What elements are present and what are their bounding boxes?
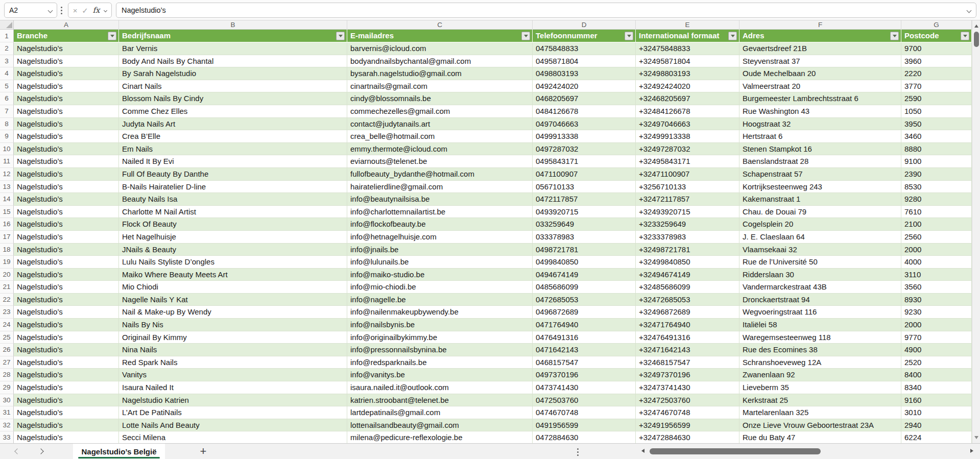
cell[interactable]: Blossom Nails By Cindy bbox=[119, 92, 347, 105]
header-emailadres[interactable]: E-mailadres bbox=[347, 30, 533, 42]
cell[interactable]: Crea B’Elle bbox=[119, 130, 347, 143]
cell[interactable]: +32472884630 bbox=[636, 431, 739, 443]
cell[interactable]: Nagelstudio’s bbox=[14, 181, 119, 194]
cell[interactable]: Nail & Make-up By Wendy bbox=[119, 306, 347, 319]
cell[interactable]: info@redsparknails.be bbox=[347, 356, 533, 369]
cell[interactable]: Burgemeester Lambrechtsstraat 6 bbox=[739, 92, 901, 105]
row-number[interactable]: 27 bbox=[0, 356, 14, 369]
header-postcode[interactable]: Postcode bbox=[901, 30, 972, 42]
cell[interactable]: 9280 bbox=[901, 193, 972, 206]
cell[interactable]: info@mio-chiodi.be bbox=[347, 281, 533, 294]
cell[interactable]: eviarnouts@telenet.be bbox=[347, 155, 533, 168]
row-number[interactable]: 8 bbox=[0, 118, 14, 131]
cell[interactable]: 2560 bbox=[901, 231, 972, 244]
cell[interactable]: contact@judytanails.art bbox=[347, 118, 533, 131]
cell[interactable]: +32468205697 bbox=[636, 92, 739, 105]
cell[interactable]: Rue des Ecomines 38 bbox=[739, 344, 901, 356]
cell[interactable]: 8930 bbox=[901, 294, 972, 306]
row-number[interactable]: 11 bbox=[0, 155, 14, 168]
cell[interactable]: Nagelstudio’s bbox=[14, 269, 119, 281]
cell[interactable]: 0468205697 bbox=[533, 92, 636, 105]
cell[interactable]: +32473741430 bbox=[636, 381, 739, 394]
cell[interactable]: Nagelstudio’s bbox=[14, 193, 119, 206]
cell[interactable]: Martelarenlaan 325 bbox=[739, 406, 901, 419]
cell[interactable]: Full Of Beauty By Danthe bbox=[119, 168, 347, 181]
cell[interactable]: Nagelstudio’s bbox=[14, 80, 119, 93]
cell[interactable]: Nails By Nis bbox=[119, 319, 347, 331]
cell[interactable]: 2590 bbox=[901, 92, 972, 105]
cell[interactable]: Italiëlei 58 bbox=[739, 319, 901, 331]
cell[interactable]: +32499840850 bbox=[636, 256, 739, 269]
cell[interactable]: Nagelstudio’s bbox=[14, 55, 119, 68]
cell[interactable]: 0497370196 bbox=[533, 369, 636, 381]
chevron-down-icon[interactable] bbox=[48, 8, 53, 13]
column-letter-e[interactable]: E bbox=[636, 20, 739, 30]
name-box-menu-icon[interactable] bbox=[61, 7, 62, 14]
cell[interactable]: Originail By Kimmy bbox=[119, 331, 347, 344]
row-number[interactable]: 3 bbox=[0, 55, 14, 68]
column-letter-b[interactable]: B bbox=[119, 20, 347, 30]
cell[interactable]: 4900 bbox=[901, 344, 972, 356]
cell[interactable]: Nagelstudio’s bbox=[14, 244, 119, 256]
cell[interactable]: cinartnails@gmail.com bbox=[347, 80, 533, 93]
formula-bar-expand-icon[interactable] bbox=[967, 8, 972, 13]
cell[interactable]: 3560 bbox=[901, 281, 972, 294]
cell[interactable]: crea_belle@hotmail.com bbox=[347, 130, 533, 143]
cell[interactable]: info@nailsbynis.be bbox=[347, 319, 533, 331]
cell[interactable]: Nagelstudio’s bbox=[14, 218, 119, 231]
cell[interactable]: Nagelstudio’s bbox=[14, 331, 119, 344]
cell[interactable]: Nagelstudio’s bbox=[14, 256, 119, 269]
row-number[interactable]: 24 bbox=[0, 319, 14, 331]
name-box[interactable]: A2 bbox=[4, 3, 57, 18]
cell[interactable]: info@hetnagelhuisje.com bbox=[347, 231, 533, 244]
row-number[interactable]: 18 bbox=[0, 244, 14, 256]
cell[interactable]: Lieveberm 35 bbox=[739, 381, 901, 394]
cell[interactable]: Valmeerstraat 20 bbox=[739, 80, 901, 93]
cell[interactable]: +32472117857 bbox=[636, 193, 739, 206]
cell[interactable]: bysarah.nagelstudio@gmail.com bbox=[347, 67, 533, 80]
cell[interactable]: info@jnails.be bbox=[347, 244, 533, 256]
cell[interactable]: +32476491316 bbox=[636, 331, 739, 344]
column-letter-g[interactable]: G bbox=[901, 20, 972, 30]
column-letter-f[interactable]: F bbox=[739, 20, 901, 30]
cell[interactable]: +32474670748 bbox=[636, 406, 739, 419]
cell[interactable]: Nagelstudio’s bbox=[14, 155, 119, 168]
cell[interactable]: Flock Of Beauty bbox=[119, 218, 347, 231]
cell[interactable]: +32498721781 bbox=[636, 244, 739, 256]
scroll-left-icon[interactable] bbox=[641, 449, 644, 453]
sheet-options-icon[interactable] bbox=[577, 448, 579, 456]
row-number[interactable]: 10 bbox=[0, 143, 14, 156]
row-number[interactable]: 5 bbox=[0, 80, 14, 93]
cell[interactable]: Nagelstudio’s bbox=[14, 294, 119, 306]
cell[interactable]: 0474670748 bbox=[533, 406, 636, 419]
header-telefoonnummer[interactable]: Telefoonnummer bbox=[533, 30, 636, 42]
cell[interactable]: Isaura Nailed It bbox=[119, 381, 347, 394]
cell[interactable]: 9700 bbox=[901, 42, 972, 55]
cell[interactable]: Nagelstudio’s bbox=[14, 231, 119, 244]
column-letter-d[interactable]: D bbox=[533, 20, 636, 30]
cell[interactable]: Nailed It By Evi bbox=[119, 155, 347, 168]
row-number[interactable]: 19 bbox=[0, 256, 14, 269]
cell[interactable]: Rue Washington 43 bbox=[739, 105, 901, 118]
cell[interactable]: 9160 bbox=[901, 394, 972, 407]
cell[interactable]: 8340 bbox=[901, 381, 972, 394]
row-number[interactable]: 12 bbox=[0, 168, 14, 181]
cell[interactable]: 0475848833 bbox=[533, 42, 636, 55]
cell[interactable]: Lotte Nails And Beauty bbox=[119, 419, 347, 432]
cell[interactable]: +32471764940 bbox=[636, 319, 739, 331]
cell[interactable]: info@vanitys.be bbox=[347, 369, 533, 381]
cell[interactable]: Red Spark Nails bbox=[119, 356, 347, 369]
cell[interactable]: 3960 bbox=[901, 55, 972, 68]
cell[interactable]: Onze Lieve Vrouw Geboortestraat 23A bbox=[739, 419, 901, 432]
horizontal-scrollbar[interactable] bbox=[638, 444, 976, 459]
cell[interactable]: Nagelstudio’s bbox=[14, 306, 119, 319]
header-bedrijfsnaam[interactable]: Bedrijfsnaam bbox=[119, 30, 347, 42]
row-number[interactable]: 30 bbox=[0, 394, 14, 407]
cell[interactable]: 0472884630 bbox=[533, 431, 636, 443]
cell[interactable]: milena@pedicure-reflexologie.be bbox=[347, 431, 533, 443]
cell[interactable]: 0492424020 bbox=[533, 80, 636, 93]
cell[interactable]: +32471100907 bbox=[636, 168, 739, 181]
cell[interactable]: Waregemsesteenweg 118 bbox=[739, 331, 901, 344]
cell[interactable]: Dronckaertstraat 94 bbox=[739, 294, 901, 306]
cell[interactable]: 2000 bbox=[901, 319, 972, 331]
